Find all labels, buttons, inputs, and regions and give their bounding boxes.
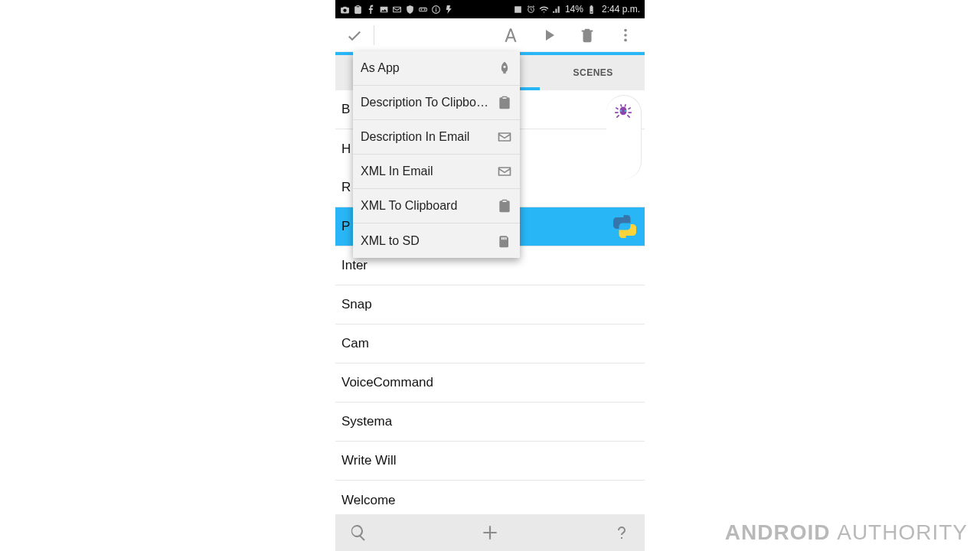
svg-point-6 <box>420 8 422 10</box>
popup-item-label: XML To Clipboard <box>361 199 497 213</box>
flash-icon <box>444 5 454 15</box>
overflow-button[interactable] <box>606 18 645 52</box>
list-item-label: R <box>341 180 351 195</box>
rocket-icon <box>497 60 512 76</box>
list-item[interactable]: Snap <box>335 285 645 324</box>
gallery-icon <box>379 5 389 15</box>
popup-item-label: Description To Clipboard <box>361 96 497 109</box>
status-left-icons <box>340 5 454 15</box>
popup-item-label: As App <box>361 61 497 75</box>
popup-item-as-app[interactable]: As App <box>353 51 520 86</box>
alarm-icon <box>526 5 536 15</box>
tab-scenes[interactable]: SCENES <box>541 67 645 78</box>
list-item[interactable]: Write Will <box>335 442 645 481</box>
action-bar <box>335 18 645 52</box>
wifi-icon <box>539 5 549 15</box>
email-icon <box>497 129 512 145</box>
rename-button[interactable] <box>492 18 530 52</box>
popup-item-label: XML to SD <box>361 234 497 248</box>
list-item-label: Cam <box>341 336 369 351</box>
clipboard-icon <box>497 95 512 110</box>
run-button[interactable] <box>530 18 568 52</box>
help-icon <box>612 523 631 542</box>
battery-percent: 14% <box>565 4 583 15</box>
help-button[interactable] <box>603 514 640 551</box>
clock-time: 2:44 p.m. <box>602 4 640 15</box>
facebook-icon <box>366 5 376 15</box>
popup-item-label: Description In Email <box>361 130 497 144</box>
info-icon <box>431 5 441 15</box>
bottom-bar <box>335 514 645 551</box>
watermark: ANDROID AUTHORITY <box>725 520 968 545</box>
list-item[interactable]: VoiceCommand <box>335 364 645 403</box>
status-right-icons: 14% 2:44 p.m. <box>513 4 640 15</box>
status-bar: 14% 2:44 p.m. <box>335 0 645 18</box>
add-button[interactable] <box>472 514 508 551</box>
clipboard-icon <box>497 198 512 214</box>
bug-icon <box>611 102 635 122</box>
plus-icon <box>480 523 500 543</box>
svg-rect-5 <box>420 8 427 11</box>
letter-a-icon <box>501 25 521 45</box>
list-item[interactable]: Systema <box>335 403 645 442</box>
battery-icon <box>586 5 596 15</box>
play-icon <box>540 26 558 44</box>
more-vert-icon <box>617 27 634 44</box>
popup-item-desc-email[interactable]: Description In Email <box>353 120 520 155</box>
confirm-button[interactable] <box>335 18 374 52</box>
list-item-label: VoiceCommand <box>341 375 433 390</box>
delete-button[interactable] <box>568 18 606 52</box>
list-item-label: Systema <box>341 414 392 429</box>
list-item-label: Welcome <box>341 493 396 508</box>
shield-icon <box>405 5 415 15</box>
action-separator <box>374 25 374 45</box>
list-item-label: Inter <box>341 258 368 273</box>
list-item[interactable]: Cam <box>335 324 645 364</box>
list-item-label: B <box>341 102 350 117</box>
popup-item-label: XML In Email <box>361 165 497 178</box>
popup-item-desc-clipboard[interactable]: Description To Clipboard <box>353 86 520 120</box>
trash-icon <box>579 27 596 44</box>
list-item-thumb <box>611 213 639 240</box>
nfc-icon <box>513 5 523 15</box>
email-icon <box>497 164 512 179</box>
app-icon <box>353 5 363 15</box>
check-icon <box>345 26 364 44</box>
watermark-brand1: ANDROID <box>725 520 837 544</box>
search-button[interactable] <box>340 514 377 551</box>
svg-point-7 <box>424 8 426 10</box>
list-item-label: P <box>341 219 350 234</box>
export-popup-menu: As App Description To Clipboard Descript… <box>353 51 520 258</box>
list-item-label: H <box>341 142 351 157</box>
list-item-thumb-bubble <box>606 95 642 179</box>
list-item-label: Write Will <box>341 453 396 468</box>
list-item-label: Snap <box>341 297 372 312</box>
popup-item-xml-sd[interactable]: XML to SD <box>353 223 520 258</box>
tape-icon <box>418 5 428 15</box>
python-icon <box>611 213 639 240</box>
search-icon <box>349 523 368 542</box>
watermark-brand2: AUTHORITY <box>837 520 968 544</box>
camera-icon <box>340 5 350 15</box>
sd-icon <box>497 233 512 249</box>
email-icon <box>392 5 402 15</box>
signal-icon <box>552 5 562 15</box>
popup-item-xml-clipboard[interactable]: XML To Clipboard <box>353 189 520 223</box>
popup-item-xml-email[interactable]: XML In Email <box>353 155 520 189</box>
